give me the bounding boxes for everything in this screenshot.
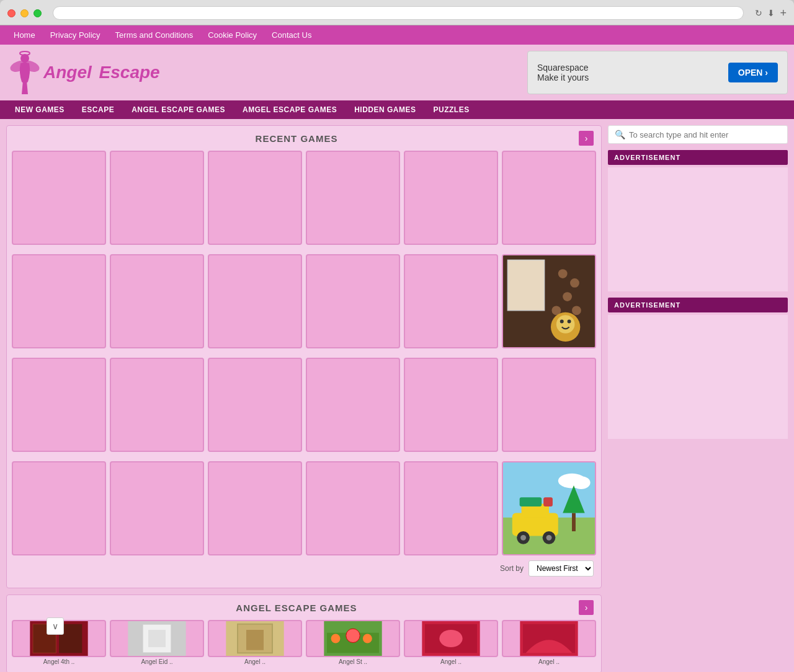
search-icon: 🔍 [615,130,625,139]
minimize-button[interactable] [20,9,29,17]
svg-point-10 [572,306,581,315]
top-nav: Home Privacy Policy Terms and Conditions… [0,25,794,45]
ad-open-button[interactable]: OPEN › [728,63,778,82]
angel-game-thumb-3 [208,620,302,657]
download-button[interactable]: ⬇ [767,8,775,18]
nav-new-games[interactable]: NEW GAMES [6,100,73,119]
game-thumb-22[interactable] [306,461,400,555]
angel-game-title-6: Angel .. [502,657,596,666]
game-thumb-4[interactable] [306,151,400,245]
svg-point-12 [556,315,575,334]
nav-contact[interactable]: Contact Us [264,25,319,45]
game-thumb-1[interactable] [12,151,106,245]
ad-sidebar-header-2: ADVERTISEMENT [608,298,788,312]
angel-game-title-4: Angel St .. [306,657,400,666]
nav-terms[interactable]: Terms and Conditions [108,25,201,45]
recent-games-grid-row3 [7,358,601,452]
svg-point-14 [568,320,571,324]
svg-point-42 [363,634,372,643]
ad-sidebar-space-2 [608,315,788,439]
angel-game-row: Angel 4th .. Angel Eid .. [7,620,601,666]
angel-game-item-2[interactable]: Angel Eid .. [110,620,204,666]
recent-games-grid-row1 [7,151,601,245]
ad-sidebar-header-1: ADVERTISEMENT [608,150,788,165]
game-thumb-17[interactable] [404,358,498,452]
game-thumb-6[interactable] [502,151,596,245]
game-thumb-15[interactable] [208,358,302,452]
reload-button[interactable]: ↻ [755,8,762,18]
game-thumb-16[interactable] [306,358,400,452]
game-thumb-10[interactable] [306,254,400,348]
game-thumb-5[interactable] [404,151,498,245]
nav-privacy[interactable]: Privacy Policy [43,25,108,45]
svg-rect-23 [520,497,542,506]
angel-game-thumb-2 [110,620,204,657]
angel-escape-arrow[interactable]: › [579,600,594,615]
svg-rect-37 [246,630,264,650]
site-header: Angel Escape Squarespace Make it yours O… [0,45,794,100]
svg-point-20 [520,535,526,541]
angel-escape-header: ANGEL ESCAPE GAMES › [7,595,601,620]
game-thumb-7[interactable] [12,254,106,348]
search-input[interactable] [629,130,781,139]
site-wrapper: Home Privacy Policy Terms and Conditions… [0,25,794,672]
svg-rect-5 [507,260,544,310]
nav-amgel-escape-games[interactable]: AMGEL ESCAPE GAMES [234,100,346,119]
search-box[interactable]: 🔍 [608,125,788,144]
game-thumb-24[interactable] [502,461,596,555]
game-thumb-23[interactable] [404,461,498,555]
angel-game-item-5[interactable]: Angel .. [404,620,498,666]
game-thumb-12[interactable] [502,254,596,348]
nav-cookie[interactable]: Cookie Policy [200,25,264,45]
angel-game-title-2: Angel Eid .. [110,657,204,666]
svg-point-40 [346,629,360,642]
svg-rect-34 [148,630,166,647]
svg-point-6 [558,269,568,278]
address-bar[interactable] [53,6,744,20]
angel-game-item-3[interactable]: Angel .. [208,620,302,666]
recent-games-header: RECENT GAMES › [7,126,601,151]
game-thumb-20[interactable] [110,461,204,555]
angel-game-item-4[interactable]: Angel St .. [306,620,400,666]
game-thumb-11[interactable] [404,254,498,348]
angel-game-title-5: Angel .. [404,657,498,666]
nav-puzzles[interactable]: PUZZLES [425,100,478,119]
recent-games-arrow[interactable]: › [579,131,594,146]
svg-rect-27 [572,513,576,531]
recent-games-grid-row2 [7,254,601,348]
browser-chrome: ↻ ⬇ + [0,0,794,25]
recent-games-section: RECENT GAMES › [6,125,602,588]
game-thumb-8[interactable] [110,254,204,348]
logo-escape: Escape [99,63,160,82]
game-thumb-9[interactable] [208,254,302,348]
game-thumb-3[interactable] [208,151,302,245]
game-thumb-13[interactable] [12,358,106,452]
game-thumb-21[interactable] [208,461,302,555]
recent-games-title: RECENT GAMES [14,133,579,144]
game-thumb-2[interactable] [110,151,204,245]
nav-angel-escape-games[interactable]: ANGEL ESCAPE GAMES [123,100,234,119]
down-chevron-button[interactable]: ∨ [47,617,64,635]
angel-escape-section: ANGEL ESCAPE GAMES › Angel 4th .. [6,595,602,672]
ad-sidebar-space-1 [608,167,788,291]
maximize-button[interactable] [33,9,42,17]
logo-text: Angel Escape [43,63,160,82]
angel-game-item-6[interactable]: Angel .. [502,620,596,666]
close-button[interactable] [7,9,16,17]
logo-figure [6,51,43,94]
game-thumb-19[interactable] [12,461,106,555]
nav-escape[interactable]: ESCAPE [73,100,123,119]
svg-point-7 [570,278,579,288]
ad-banner: Squarespace Make it yours OPEN › [527,51,788,94]
game-thumb-14[interactable] [110,358,204,452]
game-thumb-18[interactable] [502,358,596,452]
sort-select[interactable]: Newest First Oldest First Most Played [529,560,594,577]
angel-game-thumb-5 [404,620,498,657]
new-tab-button[interactable]: + [780,7,787,20]
svg-point-41 [331,634,341,643]
nav-hidden-games[interactable]: HIDDEN GAMES [346,100,424,119]
svg-point-8 [563,292,572,301]
nav-home[interactable]: Home [6,25,43,45]
sort-bar: Sort by Newest First Oldest First Most P… [7,555,601,581]
sort-label: Sort by [500,564,524,573]
